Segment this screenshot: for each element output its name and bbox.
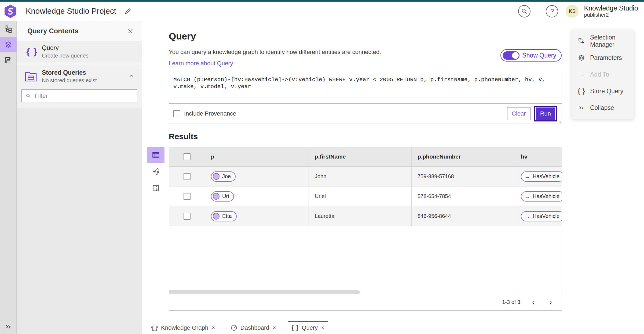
query-item-title: Query	[42, 44, 88, 52]
edge-pill[interactable]: →HasVehicle	[521, 191, 562, 202]
avatar[interactable]: KS	[566, 5, 579, 18]
tool-selection-manager[interactable]: Selection Manager	[572, 33, 634, 49]
form-actions: Clear Run	[507, 106, 557, 121]
cell-firstname: Lauretta	[309, 206, 411, 226]
query-item-text: Query Create new queries	[42, 44, 88, 59]
tool-label: Add To	[590, 71, 609, 78]
column-header-firstname[interactable]: p.firstName	[309, 147, 411, 166]
map-icon	[152, 184, 160, 192]
app-logo-icon[interactable]	[4, 4, 17, 19]
braces-icon: { }	[291, 324, 299, 331]
panel-close-button[interactable]	[126, 27, 134, 35]
entity-pill-label: Joe	[222, 173, 231, 179]
tab-close-icon[interactable]: ×	[212, 325, 215, 331]
stored-queries-header[interactable]: Stored Queries No stored queries exist	[17, 65, 142, 86]
folder-icon	[25, 71, 37, 82]
pagination-prev-button[interactable]: ‹	[529, 298, 537, 306]
learn-more-link[interactable]: Learn more about Query	[169, 60, 233, 67]
rail-item-query[interactable]	[0, 37, 17, 52]
query-description: You can query a knowledge graph to ident…	[169, 49, 381, 56]
pagination-range: 1-3 of 3	[502, 299, 520, 305]
edge-pill-label: HasVehicle	[533, 213, 559, 219]
show-query-toggle[interactable]: Show Query	[500, 49, 562, 62]
tool-collapse[interactable]: Collapse	[572, 99, 634, 116]
column-header-phonenumber[interactable]: p.phoneNumber	[411, 147, 515, 166]
rail-item-knowledge-graph[interactable]	[0, 21, 17, 37]
search-icon	[521, 8, 528, 15]
row-checkbox[interactable]	[184, 213, 191, 220]
filter-section	[17, 86, 142, 108]
tool-parameters[interactable]: Parameters	[572, 49, 634, 66]
active-tab-indicator	[288, 321, 328, 322]
main-content: Query You can query a knowledge graph to…	[142, 21, 644, 321]
pagination-next-button[interactable]: ›	[547, 298, 555, 306]
row-checkbox[interactable]	[184, 173, 191, 180]
layers-icon	[4, 41, 12, 49]
question-mark-icon: ?	[550, 8, 554, 15]
cell-phonenumber: 846-956-8644	[411, 206, 515, 226]
toggle-knob	[512, 52, 519, 59]
filter-box	[21, 89, 137, 102]
panel-gap	[17, 62, 142, 65]
edge-pill[interactable]: →HasVehicle	[521, 171, 562, 182]
search-icon	[25, 93, 31, 99]
stored-queries-subtitle: No stored queries exist	[42, 77, 97, 84]
tool-label: Parameters	[590, 54, 622, 62]
hierarchy-icon	[4, 25, 12, 33]
resize-grip-icon[interactable]	[557, 119, 561, 123]
rail-item-save[interactable]	[0, 52, 17, 68]
node-icon	[213, 213, 219, 220]
tool-store-query[interactable]: { } Store Query	[572, 83, 634, 99]
table-row[interactable]: Joe John 759-889-57168 →HasVehicle	[169, 167, 562, 186]
dashboard-icon	[230, 324, 237, 331]
help-button[interactable]: ?	[546, 5, 558, 17]
user-block: Knowledge Studio publisher2	[584, 4, 638, 18]
include-provenance-label: Include Provenance	[184, 110, 236, 117]
filter-input[interactable]	[35, 92, 133, 99]
results-table: p p.firstName p.phoneNumber hv Joe John …	[169, 147, 562, 311]
table-header-row: p p.firstName p.phoneNumber hv	[169, 147, 562, 167]
select-all-checkbox[interactable]	[184, 153, 191, 160]
tab-knowledge-graph[interactable]: Knowledge Graph ×	[146, 321, 220, 334]
avatar-initials: KS	[569, 8, 576, 14]
query-form-footer: Include Provenance Clear Run	[169, 104, 562, 124]
page-title: Query	[169, 31, 196, 42]
view-graph-button[interactable]	[147, 163, 164, 179]
product-name: Knowledge Studio	[584, 4, 638, 12]
row-checkbox[interactable]	[184, 193, 191, 200]
entity-pill[interactable]: Joe	[211, 171, 236, 182]
results-view-switcher	[147, 147, 164, 197]
tab-close-icon[interactable]: ×	[321, 325, 324, 331]
cell-phonenumber: 759-889-57168	[411, 167, 515, 186]
stored-queries-collapse-button[interactable]	[129, 73, 134, 80]
query-item[interactable]: { } Query Create new queries	[17, 41, 142, 62]
tab-close-icon[interactable]: ×	[273, 325, 276, 331]
include-provenance-checkbox[interactable]	[173, 110, 180, 117]
knowledge-studio-app: Knowledge Studio Project ? KS Kno	[0, 0, 644, 334]
double-chevron-right-icon	[5, 323, 12, 330]
query-editor[interactable]: MATCH (p:Person)-[hv:HasVehicle]->(v:Veh…	[169, 73, 562, 104]
view-map-button[interactable]	[147, 180, 164, 196]
tab-query[interactable]: { } Query ×	[287, 321, 329, 334]
knowledge-graph-icon	[151, 324, 158, 331]
table-row[interactable]: Etta Lauretta 846-956-8644 →HasVehicle	[169, 206, 562, 226]
entity-pill[interactable]: Uri	[211, 191, 234, 202]
cell-hv: →HasVehicle	[515, 206, 562, 226]
view-table-button[interactable]	[147, 147, 164, 163]
entity-pill[interactable]: Etta	[211, 211, 237, 221]
edit-title-button[interactable]	[123, 7, 132, 16]
clear-button[interactable]: Clear	[507, 107, 530, 120]
search-button[interactable]	[518, 5, 530, 17]
edge-pill[interactable]: →HasVehicle	[521, 211, 562, 221]
query-contents-panel: Query Contents { } Query Create new quer…	[17, 21, 142, 334]
node-icon	[213, 173, 219, 180]
table-row[interactable]: Uri Uriel 578-654-7854 →HasVehicle	[169, 186, 562, 206]
run-button[interactable]: Run	[536, 107, 555, 120]
tool-label: Store Query	[590, 88, 623, 95]
save-icon	[5, 56, 12, 64]
rail-expand-button[interactable]	[0, 323, 17, 330]
column-header-p[interactable]: p	[205, 147, 309, 166]
tab-dashboard[interactable]: Dashboard ×	[226, 321, 281, 334]
topbar: Knowledge Studio Project ? KS Kno	[0, 2, 644, 21]
column-header-hv[interactable]: hv	[515, 147, 562, 166]
